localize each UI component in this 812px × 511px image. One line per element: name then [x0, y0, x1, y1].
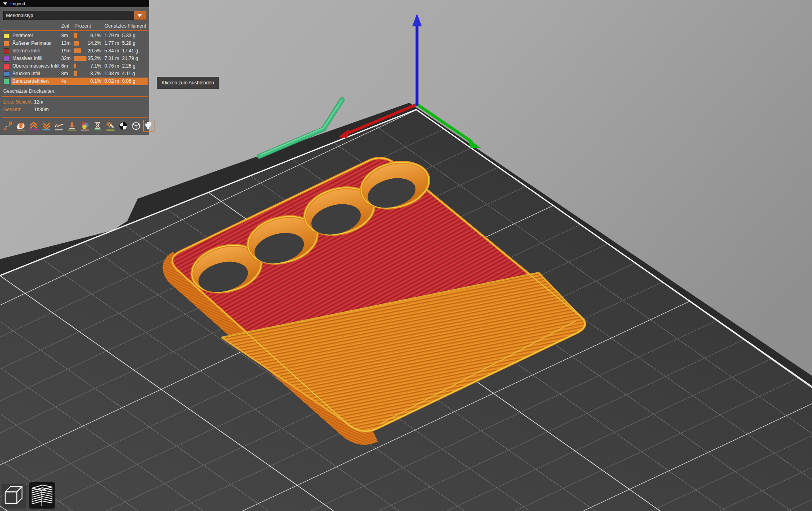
view-mode-toggles [2, 481, 58, 509]
feature-percent: 7,1% [82, 62, 101, 70]
legend-title: Legend [10, 1, 25, 6]
feature-weight: 4.11 g [122, 70, 135, 78]
travel-paths-icon[interactable] [2, 120, 14, 132]
feature-time: 19m [61, 47, 70, 55]
feature-time: 32m [61, 55, 70, 62]
feature-label: Äußerer Perimeter [12, 40, 52, 47]
feature-length: 7.31 m [104, 55, 119, 62]
legend-row-perimeter[interactable]: Perimeter 8m 9,1% 1.79 m 5.33 g [0, 32, 149, 40]
3d-view-button[interactable] [2, 484, 26, 509]
legend-row-custom[interactable]: Benutzerdefiniert 4s 0,1% 0.02 m 0.06 g [0, 78, 149, 85]
wipe-icon[interactable] [15, 120, 26, 132]
first-layer-value: 12m [34, 99, 43, 105]
center-of-gravity-icon[interactable] [118, 120, 129, 132]
feature-length: 1.38 m [104, 70, 119, 78]
layers-view-button[interactable] [29, 482, 55, 509]
feature-weight: 0.06 g [122, 78, 135, 85]
feature-color-swatch [4, 56, 9, 62]
feature-weight: 17.41 g [122, 47, 138, 55]
feature-label: Benutzerdefiniert [12, 78, 49, 85]
pause-prints-icon[interactable] [92, 120, 103, 132]
feature-color-swatch [4, 79, 9, 84]
feature-label: Perimeter [12, 32, 33, 40]
legend-column-headers: Zeit Prozent Genutztes Filament [0, 22, 149, 30]
seams-icon[interactable] [54, 120, 65, 132]
view-type-select[interactable]: Merkmalstyp [3, 11, 146, 20]
feature-weight: 5.33 g [122, 32, 135, 40]
feature-length: 1.79 m [104, 32, 119, 40]
slicer-preview-window: Legend Merkmalstyp Zeit Prozent Genutzte… [0, 0, 812, 511]
column-header-time: Zeit [61, 23, 69, 29]
custom-gcodes-icon[interactable] [105, 120, 116, 132]
legend-row-outer-perimeter[interactable]: Äußerer Perimeter 13m 14,2% 1.77 m 5.28 … [0, 40, 149, 47]
feature-percent: 8,7% [82, 70, 101, 78]
feature-label: Brücken Infill [12, 70, 40, 78]
deretractions-icon[interactable] [41, 120, 52, 132]
feature-color-swatch [4, 48, 9, 54]
percent-bar [74, 79, 74, 84]
first-layer-label: Erste Schicht: [3, 99, 33, 105]
percent-bar [74, 64, 76, 68]
legend-rows: Perimeter 8m 9,1% 1.79 m 5.33 g Äußerer … [0, 32, 149, 85]
feature-time: 6m [61, 62, 68, 70]
feature-weight: 2.26 g [122, 62, 135, 70]
separator [2, 30, 148, 31]
feature-weight: 21.79 g [122, 55, 138, 62]
legend-row-bridge-infill[interactable]: Brücken Infill 8m 8,7% 1.38 m 4.11 g [0, 70, 149, 78]
feature-label: Massives Infill [12, 55, 42, 62]
view-type-value: Merkmalstyp [4, 13, 33, 18]
feature-time: 8m [61, 32, 68, 40]
color-changes-icon[interactable] [79, 120, 90, 132]
percent-bar [74, 48, 81, 53]
tooltip: Klicken zum Ausblenden [157, 77, 219, 89]
chevron-down-icon [137, 14, 142, 17]
feature-label: Internes Infill [12, 47, 40, 55]
feature-color-swatch [4, 64, 9, 69]
feature-color-swatch [4, 33, 9, 39]
feature-length: 0.02 m [104, 78, 119, 85]
feature-percent: 35,2% [82, 55, 101, 62]
feature-time: 4s [61, 78, 66, 85]
legend-panel: Legend Merkmalstyp Zeit Prozent Genutzte… [0, 0, 149, 135]
percent-bar [74, 71, 77, 76]
tool-marker-icon[interactable] [143, 120, 154, 132]
feature-length: 5.84 m [104, 47, 119, 55]
feature-time: 8m [61, 70, 68, 78]
feature-percent: 0,1% [82, 78, 101, 85]
feature-label: Oberes massives Infill [12, 62, 59, 70]
view-type-dropdown-button[interactable] [134, 11, 146, 20]
percent-bar [74, 41, 79, 46]
feature-color-swatch [4, 41, 9, 46]
column-header-filament: Genutztes Filament [104, 23, 146, 29]
retractions-icon[interactable] [28, 120, 39, 132]
feature-weight: 5.28 g [122, 40, 135, 47]
feature-color-swatch [4, 71, 9, 77]
print-times-heading: Geschätzte Druckzeiten: [0, 85, 149, 96]
feature-length: 0.76 m [104, 62, 119, 70]
total-time-label: Gesamt: [3, 107, 21, 112]
collapse-triangle-icon[interactable] [3, 2, 7, 5]
feature-percent: 20,5% [82, 47, 101, 55]
legend-toolbar [0, 118, 149, 135]
legend-titlebar[interactable]: Legend [0, 0, 149, 7]
legend-row-solid-infill[interactable]: Massives Infill 32m 35,2% 7.31 m 21.79 g [0, 55, 149, 62]
feature-time: 13m [61, 40, 70, 47]
feature-length: 1.77 m [104, 40, 119, 47]
tooltip-text: Klicken zum Ausblenden [162, 80, 214, 86]
legend-row-internal-infill[interactable]: Internes Infill 19m 20,5% 5.84 m 17.41 g [0, 47, 149, 55]
feature-percent: 9,1% [82, 32, 101, 40]
column-header-percent: Prozent [74, 23, 91, 29]
shells-icon[interactable] [130, 120, 142, 132]
print-times-block: Erste Schicht: 12m Gesamt: 1h30m [0, 97, 149, 117]
tool-changes-icon[interactable] [66, 120, 78, 132]
legend-row-top-solid-infill[interactable]: Oberes massives Infill 6m 7,1% 0.76 m 2.… [0, 62, 149, 70]
total-time-value: 1h30m [34, 107, 49, 112]
feature-percent: 14,2% [82, 40, 101, 47]
percent-bar [74, 33, 77, 38]
